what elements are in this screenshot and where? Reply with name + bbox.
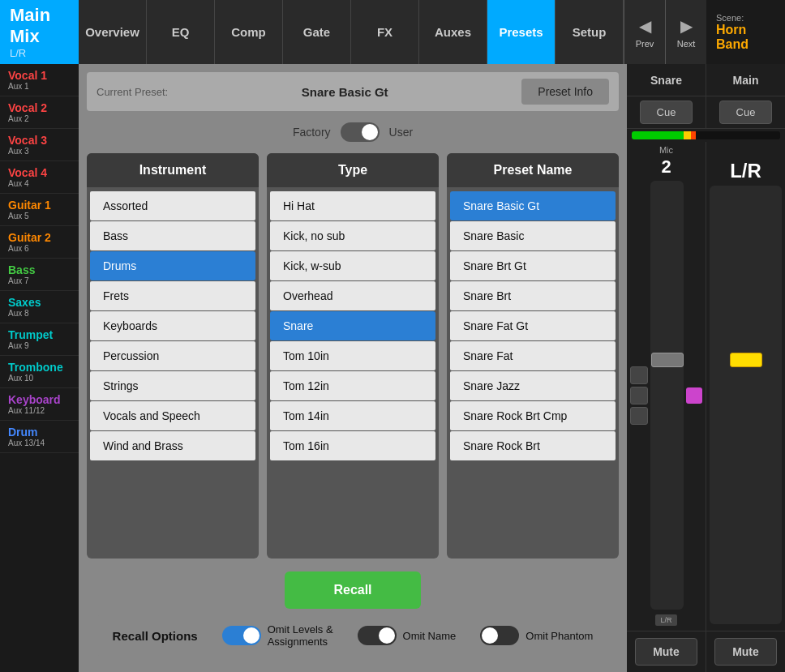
sidebar-item-trumpet[interactable]: Trumpet Aux 9 <box>0 323 79 356</box>
list-item[interactable]: Snare Basic <box>450 221 616 250</box>
list-item[interactable]: Tom 12in <box>270 371 435 400</box>
recall-options-label: Recall Options <box>113 629 198 643</box>
tab-fx[interactable]: FX <box>351 0 419 64</box>
toggle-knob <box>379 627 395 644</box>
preset-info-button[interactable]: Preset Info <box>521 79 609 105</box>
tab-presets[interactable]: Presets <box>487 0 556 64</box>
sidebar-item-vocal2[interactable]: Vocal 2 Aux 2 <box>0 96 79 129</box>
list-item[interactable]: Snare Rock Brt <box>450 431 616 460</box>
list-item[interactable]: Vocals and Speech <box>90 401 255 430</box>
preset-name-column: Preset Name Snare Basic Gt Snare Basic S… <box>447 153 619 559</box>
list-item[interactable]: Snare Rock Brt Cmp <box>450 401 616 430</box>
list-item[interactable]: Snare Brt <box>450 281 616 310</box>
list-item-drums[interactable]: Drums <box>90 251 255 280</box>
level-display: 2 <box>661 156 671 178</box>
sidebar-item-bass[interactable]: Bass Aux 7 <box>0 259 79 291</box>
omit-levels-label: Omit Levels &Assignments <box>268 623 333 648</box>
next-label: Next <box>677 39 696 49</box>
main-fader-track <box>710 186 782 624</box>
list-item[interactable]: Assorted <box>90 191 255 220</box>
type-list: Hi Hat Kick, no sub Kick, w-sub Overhead… <box>267 187 439 559</box>
sidebar-item-trombone[interactable]: Trombone Aux 10 <box>0 356 79 388</box>
nav-tabs: Overview EQ Comp Gate FX Auxes Presets S… <box>79 0 624 64</box>
scene-box: Scene: Horn Band <box>706 0 785 64</box>
main-mute-button[interactable]: Mute <box>714 638 778 666</box>
meter-green <box>632 131 684 139</box>
list-item[interactable]: Snare Jazz <box>450 371 616 400</box>
list-item[interactable]: Frets <box>90 281 255 310</box>
sidebar-item-saxes[interactable]: Saxes Aux 8 <box>0 291 79 323</box>
list-item[interactable]: Bass <box>90 221 255 250</box>
list-item[interactable]: Wind and Brass <box>90 431 255 460</box>
toggle-knob <box>482 627 498 644</box>
sidebar-item-guitar1[interactable]: Guitar 1 Aux 5 <box>0 194 79 226</box>
sidebar-item-name: Vocal 2 <box>8 101 71 114</box>
sidebar-item-vocal1[interactable]: Vocal 1 Aux 1 <box>0 64 79 96</box>
next-button[interactable]: ▶ Next <box>665 0 706 64</box>
list-item[interactable]: Tom 16in <box>270 431 435 460</box>
sidebar-item-guitar2[interactable]: Guitar 2 Aux 6 <box>0 226 79 259</box>
main-fader-area: L/R <box>706 142 785 631</box>
sidebar-item-name: Vocal 3 <box>8 134 71 147</box>
prev-button[interactable]: ◀ Prev <box>624 0 665 64</box>
user-label: User <box>389 126 414 139</box>
snare-cue-button[interactable]: Cue <box>640 101 693 124</box>
pink-button[interactable] <box>686 387 702 404</box>
list-item[interactable]: Percussion <box>90 341 255 370</box>
sidebar-item-name: Guitar 2 <box>8 231 71 244</box>
main-mix-button[interactable]: Main Mix L/R <box>0 0 79 64</box>
list-item[interactable]: Strings <box>90 371 255 400</box>
sidebar-item-vocal3[interactable]: Vocal 3 Aux 3 <box>0 129 79 161</box>
list-item[interactable]: Snare Fat Gt <box>450 311 616 340</box>
tab-auxes[interactable]: Auxes <box>419 0 487 64</box>
main-fader-knob[interactable] <box>730 353 762 367</box>
list-item[interactable]: Keyboards <box>90 311 255 340</box>
list-item[interactable]: Tom 10in <box>270 341 435 370</box>
list-item-snare[interactable]: Snare <box>270 311 435 340</box>
tab-gate[interactable]: Gate <box>283 0 351 64</box>
sidebar-item-sub: Aux 7 <box>8 276 71 285</box>
list-item-snare-basic-gt[interactable]: Snare Basic Gt <box>450 191 616 220</box>
current-preset-label: Current Preset: <box>97 86 168 98</box>
tab-overview[interactable]: Overview <box>79 0 147 64</box>
main-panel-title: Main <box>706 64 785 96</box>
snare-fader-knob[interactable] <box>651 353 684 367</box>
snare-small-btn2[interactable] <box>630 387 648 404</box>
tab-setup[interactable]: Setup <box>556 0 624 64</box>
recall-options: Recall Options Omit Levels &Assignments … <box>97 615 610 656</box>
snare-mute-button[interactable]: Mute <box>635 638 698 666</box>
bottom-row: Recall Recall Options Omit Levels &Assig… <box>87 567 619 664</box>
list-item[interactable]: Overhead <box>270 281 435 310</box>
list-item[interactable]: Hi Hat <box>270 191 435 220</box>
tab-comp[interactable]: Comp <box>215 0 283 64</box>
prev-icon: ◀ <box>639 16 651 36</box>
preset-name-header: Preset Name <box>447 153 619 187</box>
snare-small-btn1[interactable] <box>630 366 648 384</box>
sidebar-item-sub: Aux 5 <box>8 212 71 220</box>
mute-row: Mute Mute <box>627 631 785 672</box>
list-item[interactable]: Tom 14in <box>270 401 435 430</box>
factory-user-row: Factory User <box>87 122 619 142</box>
panel-headers: Snare Main <box>627 64 785 96</box>
omit-phantom-toggle[interactable] <box>480 626 519 645</box>
omit-levels-toggle[interactable] <box>222 626 261 645</box>
omit-name-toggle[interactable] <box>358 626 397 645</box>
sidebar-item-vocal4[interactable]: Vocal 4 Aux 4 <box>0 161 79 194</box>
list-item[interactable]: Kick, no sub <box>270 221 435 250</box>
sidebar-item-keyboard[interactable]: Keyboard Aux 11/12 <box>0 388 79 421</box>
list-item[interactable]: Kick, w-sub <box>270 251 435 280</box>
recall-button[interactable]: Recall <box>285 571 420 609</box>
list-item[interactable]: Snare Fat <box>450 341 616 370</box>
factory-user-toggle[interactable] <box>341 122 380 142</box>
sidebar-item-name: Guitar 1 <box>8 199 71 212</box>
snare-small-btn3[interactable] <box>630 407 648 425</box>
main-cue-button[interactable]: Cue <box>719 101 773 124</box>
factory-label: Factory <box>293 126 331 139</box>
sidebar-item-drum[interactable]: Drum Aux 13/14 <box>0 421 79 453</box>
sidebar-item-sub: Aux 13/14 <box>8 439 71 447</box>
list-item[interactable]: Snare Brt Gt <box>450 251 616 280</box>
main-mix-title: Main Mix <box>10 5 69 47</box>
tab-eq[interactable]: EQ <box>147 0 215 64</box>
sidebar: Vocal 1 Aux 1 Vocal 2 Aux 2 Vocal 3 Aux … <box>0 64 79 672</box>
instrument-list: Assorted Bass Drums Frets Keyboards Perc… <box>87 187 259 559</box>
